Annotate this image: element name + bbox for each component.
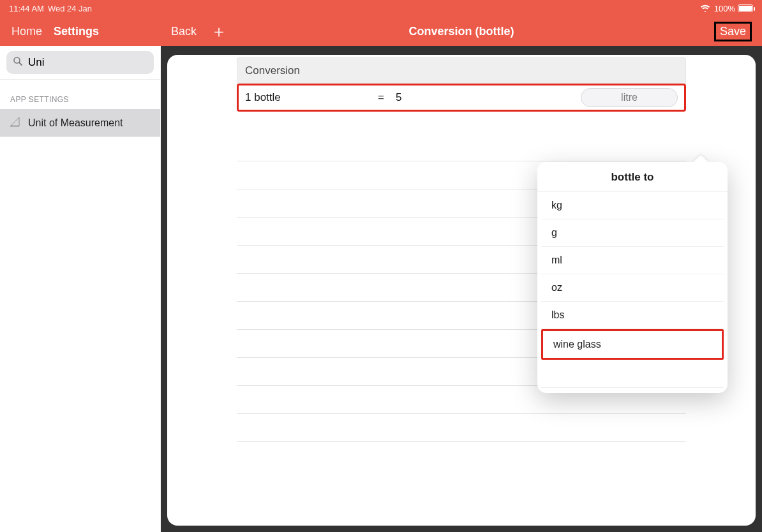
save-button[interactable]: Save: [714, 22, 752, 41]
sidebar-section-header: APP SETTINGS: [0, 80, 160, 109]
battery-indicator: 100%: [714, 4, 753, 13]
svg-line-1: [19, 63, 22, 65]
popover-title: bottle to: [537, 162, 728, 192]
wifi-icon: [700, 4, 710, 12]
popover-item-lbs[interactable]: lbs: [541, 302, 724, 329]
status-time: 11:44 AM: [9, 4, 44, 13]
conversion-card-header: Conversion: [237, 57, 686, 84]
page-title: Conversion (bottle): [161, 25, 762, 38]
equals-sign: =: [373, 91, 389, 104]
popover-item-ml[interactable]: ml: [541, 247, 724, 274]
popover-item-wine-glass[interactable]: wine glass: [541, 329, 724, 360]
search-input[interactable]: [27, 55, 165, 70]
conversion-row: 1 bottle = 5 litre: [237, 84, 686, 112]
ruler-icon: [9, 116, 20, 130]
nav-bar: Home Settings Back ＋ Conversion (bottle)…: [0, 17, 762, 46]
sidebar: APP SETTINGS Unit of Measurement: [0, 46, 161, 532]
conversion-from-unit[interactable]: 1 bottle: [239, 91, 373, 104]
add-button[interactable]: ＋: [211, 23, 227, 40]
popover-item-oz[interactable]: oz: [541, 274, 724, 302]
popover-item-g[interactable]: g: [541, 219, 724, 247]
conversion-target-unit-button[interactable]: litre: [581, 88, 678, 107]
nav-home[interactable]: Home: [11, 25, 42, 38]
conversion-value-input[interactable]: 5: [389, 91, 577, 104]
unit-popover: bottle to kggmlozlbswine glass: [537, 162, 728, 393]
status-date: Wed 24 Jan: [48, 4, 92, 13]
sidebar-item-label: Unit of Measurement: [28, 117, 123, 129]
main-frame: Conversion 1 bottle = 5 litre bottle to: [161, 46, 762, 532]
back-button[interactable]: Back: [171, 25, 197, 38]
nav-settings[interactable]: Settings: [54, 25, 99, 38]
search-field[interactable]: [6, 51, 154, 74]
battery-percent: 100%: [714, 4, 735, 13]
sidebar-item-unit-of-measurement[interactable]: Unit of Measurement: [0, 109, 160, 137]
status-bar: 11:44 AM Wed 24 Jan 100%: [0, 0, 762, 17]
popover-item-kg[interactable]: kg: [541, 192, 724, 219]
search-icon: [13, 56, 23, 69]
panel: Conversion 1 bottle = 5 litre bottle to: [167, 55, 756, 526]
